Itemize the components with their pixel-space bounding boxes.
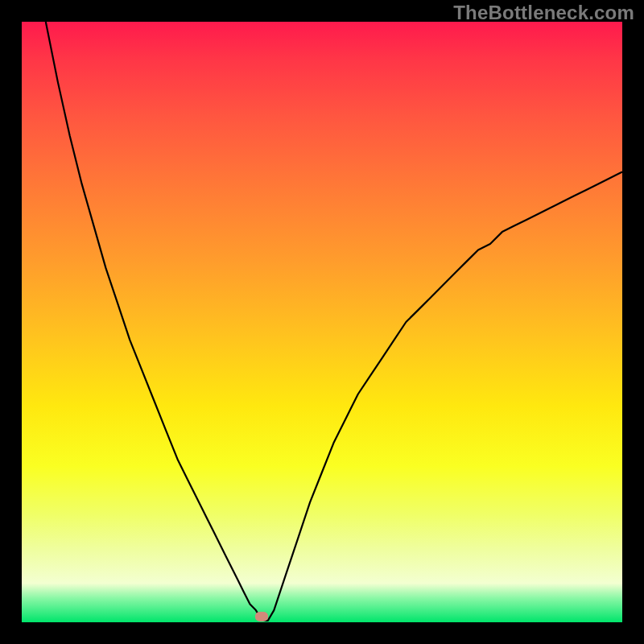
optimum-marker — [255, 612, 268, 621]
watermark-text: TheBottleneck.com — [453, 2, 634, 24]
bottleneck-curve — [22, 22, 622, 622]
bottleneck-gradient-plot — [22, 22, 622, 622]
